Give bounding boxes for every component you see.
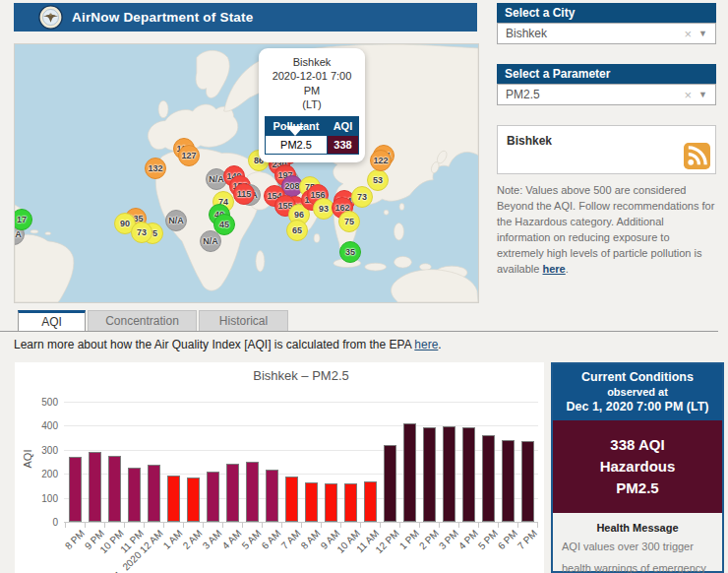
chart-x-tick-mark: [360, 523, 361, 528]
aqi-bubble[interactable]: N/A: [165, 210, 187, 231]
world-aqi-map[interactable]: N/A17132122127N/A149155N/A11574864045N/A…: [14, 43, 479, 303]
chart-bar[interactable]: [108, 456, 121, 522]
aqi-bubble[interactable]: 73: [131, 222, 152, 243]
chart-bar[interactable]: [403, 423, 416, 522]
learn-more-text: Learn more about how the Air Quality Ind…: [14, 338, 442, 351]
chart-x-tick-label: 6 PM: [495, 528, 518, 551]
aqi-bubble[interactable]: 115: [233, 183, 255, 205]
department-of-state-seal-icon: [38, 5, 63, 30]
chart-x-tick-label: 2 PM: [416, 528, 440, 551]
popup-aqi-value: 338: [327, 136, 358, 155]
tab-historical[interactable]: Historical: [199, 310, 288, 331]
aqi-bubble[interactable]: 75: [338, 211, 360, 232]
popup-table: Pollutant AQI PM2.5 338: [265, 116, 359, 155]
chart-bar[interactable]: [344, 483, 357, 522]
chart-bar[interactable]: [305, 482, 318, 522]
popup-city: Bishkek: [265, 55, 359, 69]
chart-x-tick-mark: [380, 523, 381, 528]
chart-x-tick-label: 4 PM: [455, 528, 479, 551]
learn-more-period: .: [438, 338, 441, 351]
chart-x-tick-mark: [183, 523, 184, 528]
aqi-bubble[interactable]: 127: [178, 145, 200, 166]
aqi-bubble[interactable]: 65: [286, 220, 308, 241]
chart-gridline: [64, 402, 538, 403]
chart-title: Bishkek – PM2.5: [64, 368, 538, 383]
learn-more-body: Learn more about how the Air Quality Ind…: [14, 338, 414, 351]
parameter-widget-header: Select a Parameter: [497, 64, 716, 84]
chart-bar[interactable]: [207, 472, 219, 522]
city-widget-header: Select a City: [497, 3, 716, 23]
chart-bar[interactable]: [325, 483, 337, 522]
chart-x-tick-mark: [537, 523, 538, 528]
note-text: Note: Values above 500 are considered Be…: [497, 184, 714, 275]
aqi-bubble[interactable]: 53: [367, 169, 389, 191]
chart-x-tick-mark: [203, 523, 204, 528]
chart-y-tick-label: 0: [29, 517, 58, 528]
chart-y-tick-label: 400: [29, 420, 58, 431]
aqi-bubble[interactable]: 35: [339, 241, 361, 263]
tab-concentration[interactable]: Concentration: [88, 310, 197, 331]
chart-bar[interactable]: [482, 435, 495, 522]
aqi-bubble[interactable]: N/A: [200, 230, 221, 252]
chart-x-tick-label: 5 PM: [475, 528, 499, 551]
chart-bar[interactable]: [266, 470, 278, 522]
chart-x-tick-mark: [517, 523, 518, 528]
cc-aqi-pollutant: PM2.5: [555, 478, 720, 499]
popup-datetime: 2020-12-01 7:00 PM: [265, 69, 359, 97]
chart-bar[interactable]: [384, 445, 396, 522]
chart-bar[interactable]: [502, 440, 515, 522]
aqi-bubble[interactable]: 132: [145, 158, 166, 179]
chart-x-tick-label: 4 AM: [220, 528, 244, 551]
chart-x-tick-mark: [321, 523, 322, 528]
chart-bar[interactable]: [226, 464, 239, 522]
chart-x-tick-mark: [65, 523, 66, 528]
health-message-title: Health Message: [553, 522, 722, 534]
beyond-aqi-note: Note: Values above 500 are considered Be…: [497, 183, 719, 278]
aqi-bubble[interactable]: 122: [370, 150, 392, 171]
chart-bar[interactable]: [462, 427, 475, 522]
chart-bar[interactable]: [521, 441, 534, 522]
current-conditions-panel: Current Conditions observed at Dec 1, 20…: [551, 362, 724, 573]
app-header: AirNow Department of State: [14, 3, 477, 32]
rss-city-title: Bishkek: [507, 134, 552, 148]
chart-x-tick-mark: [144, 523, 145, 528]
note-here-link[interactable]: here: [542, 263, 565, 275]
chart-bar[interactable]: [285, 477, 298, 522]
aqi-bar-chart: Bishkek – PM2.5 AQI 01002003004005008 PM…: [15, 362, 544, 573]
parameter-select[interactable]: PM2.5 × ▼: [497, 84, 716, 105]
chevron-down-icon[interactable]: ▼: [698, 29, 707, 38]
tab-aqi[interactable]: AQI: [18, 310, 86, 331]
chart-x-tick-label: 7 PM: [515, 528, 538, 551]
chart-bar[interactable]: [246, 462, 259, 522]
health-message-text: AQI values over 300 trigger health warni…: [553, 536, 722, 573]
chevron-down-icon[interactable]: ▼: [698, 90, 707, 99]
parameter-widget: Select a Parameter PM2.5 × ▼: [497, 64, 716, 105]
chart-bar[interactable]: [423, 427, 436, 522]
chart-x-tick-label: 6 AM: [260, 528, 283, 551]
chart-bar[interactable]: [89, 452, 101, 522]
chart-x-tick-label: 3 PM: [436, 528, 459, 551]
chart-x-tick-label: 5 AM: [240, 528, 264, 551]
clear-icon[interactable]: ×: [684, 88, 692, 102]
chart-x-tick-mark: [222, 523, 223, 528]
chart-bar[interactable]: [148, 465, 160, 522]
popup-timezone: (LT): [265, 97, 359, 111]
chart-bar[interactable]: [69, 457, 82, 522]
clear-icon[interactable]: ×: [684, 27, 692, 41]
rss-icon[interactable]: [684, 143, 710, 169]
chart-x-tick-label: 3 AM: [201, 528, 224, 551]
chart-x-tick-mark: [281, 523, 282, 528]
chart-bar[interactable]: [443, 426, 455, 522]
chart-bar[interactable]: [167, 476, 180, 522]
city-select[interactable]: Bishkek × ▼: [497, 23, 716, 44]
chart-x-tick-mark: [85, 523, 86, 528]
chart-bar[interactable]: [187, 478, 200, 522]
tab-divider: [0, 331, 718, 332]
chart-x-tick-label: 8 PM: [62, 528, 86, 551]
aqi-bubble[interactable]: 73: [351, 186, 373, 208]
chart-x-tick-label: 1 AM: [161, 528, 185, 551]
learn-more-here-link[interactable]: here: [414, 338, 438, 351]
chart-bar[interactable]: [364, 481, 377, 522]
chart-bar[interactable]: [128, 468, 141, 522]
cc-datetime: Dec 1, 2020 7:00 PM (LT): [555, 400, 720, 414]
